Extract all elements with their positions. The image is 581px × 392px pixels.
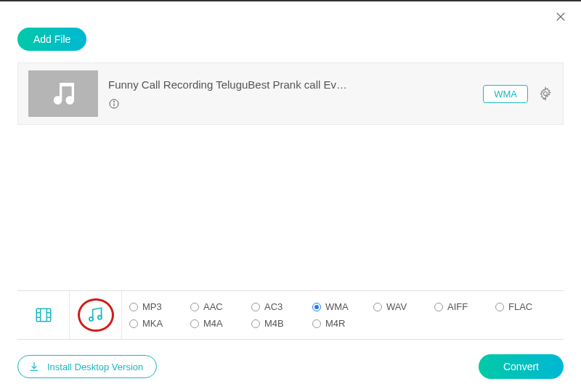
radio-icon — [251, 303, 260, 311]
bottom-bar: Install Desktop Version Convert — [17, 354, 564, 379]
format-panel: MP3AACAC3WMAWAVAIFFFLACMKAM4AM4BM4R — [17, 290, 564, 340]
radio-icon — [129, 303, 138, 311]
tab-video[interactable] — [17, 291, 70, 339]
radio-icon — [373, 303, 382, 311]
format-option-mp3[interactable]: MP3 — [129, 298, 190, 315]
svg-rect-6 — [36, 309, 51, 321]
radio-icon — [190, 319, 199, 328]
download-icon — [28, 361, 40, 372]
format-option-wma[interactable]: WMA — [312, 298, 373, 315]
format-grid: MP3AACAC3WMAWAVAIFFFLACMKAM4AM4BM4R — [122, 291, 564, 339]
convert-button[interactable]: Convert — [479, 354, 564, 379]
add-file-button[interactable]: Add File — [17, 28, 86, 51]
format-option-wav[interactable]: WAV — [373, 298, 434, 315]
format-option-ac3[interactable]: AC3 — [251, 298, 312, 315]
music-icon — [86, 306, 105, 324]
format-label: AIFF — [447, 301, 468, 312]
file-thumbnail[interactable] — [28, 70, 98, 117]
format-option-m4a[interactable]: M4A — [190, 315, 251, 332]
install-desktop-button[interactable]: Install Desktop Version — [17, 355, 157, 378]
file-format-badge[interactable]: WMA — [483, 85, 528, 103]
close-icon — [554, 10, 567, 23]
format-option-aac[interactable]: AAC — [190, 298, 251, 315]
radio-icon — [495, 303, 504, 311]
radio-icon — [251, 319, 260, 328]
radio-icon — [312, 319, 321, 328]
svg-point-4 — [113, 101, 114, 102]
file-actions: WMA — [483, 85, 553, 103]
format-option-flac[interactable]: FLAC — [495, 298, 556, 315]
svg-point-13 — [89, 317, 92, 321]
gear-icon[interactable] — [538, 86, 553, 101]
format-label: MKA — [142, 318, 163, 329]
file-row: Funny Call Recording TeluguBest Prank ca… — [17, 62, 564, 125]
radio-icon — [190, 303, 199, 311]
add-file-label: Add File — [33, 33, 70, 45]
format-label: MP3 — [142, 301, 162, 312]
music-note-icon — [49, 79, 78, 108]
svg-point-14 — [97, 316, 101, 319]
format-label: WAV — [386, 301, 407, 312]
format-label: WMA — [325, 301, 349, 312]
file-info: Funny Call Recording TeluguBest Prank ca… — [108, 78, 473, 110]
file-title: Funny Call Recording TeluguBest Prank ca… — [108, 78, 355, 91]
format-option-aiff[interactable]: AIFF — [434, 298, 495, 315]
tab-audio[interactable] — [70, 291, 122, 339]
radio-icon — [312, 303, 321, 311]
format-option-m4r[interactable]: M4R — [312, 315, 373, 332]
film-icon — [34, 306, 53, 324]
radio-icon — [129, 319, 138, 328]
format-option-m4b[interactable]: M4B — [251, 315, 312, 332]
info-icon[interactable] — [108, 98, 120, 110]
svg-point-5 — [544, 92, 548, 96]
file-format-label: WMA — [494, 89, 517, 99]
format-label: FLAC — [508, 301, 532, 312]
format-option-mka[interactable]: MKA — [129, 315, 190, 332]
install-desktop-label: Install Desktop Version — [47, 362, 143, 372]
radio-icon — [434, 303, 443, 311]
format-label: AC3 — [264, 301, 283, 312]
format-label: M4B — [264, 318, 284, 329]
format-label: M4A — [203, 318, 223, 329]
convert-label: Convert — [503, 361, 539, 372]
close-button[interactable] — [553, 10, 568, 25]
format-label: AAC — [203, 301, 223, 312]
format-label: M4R — [325, 318, 345, 329]
